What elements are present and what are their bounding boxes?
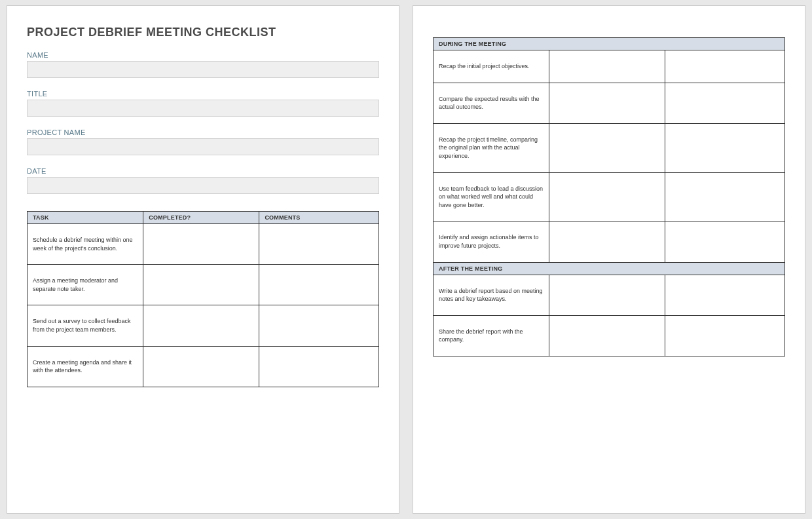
page-2: DURING THE MEETING Recap the initial pro…: [413, 5, 805, 514]
cell-completed[interactable]: [143, 346, 259, 387]
cell-comments[interactable]: [259, 224, 379, 265]
page-1: PROJECT DEBRIEF MEETING CHECKLIST NAME T…: [7, 5, 399, 514]
table-row: Identify and assign actionable items to …: [434, 221, 785, 262]
table-row: Schedule a debrief meeting within one we…: [28, 224, 379, 265]
section-after: AFTER THE MEETING: [434, 262, 785, 275]
cell-completed[interactable]: [143, 305, 259, 346]
cell-completed[interactable]: [549, 275, 665, 315]
cell-task: Share the debrief report with the compan…: [434, 315, 549, 356]
table-row: Assign a meeting moderator and separate …: [28, 265, 379, 305]
table-row: Recap the project timeline, comparing th…: [434, 123, 785, 172]
section-after-label: AFTER THE MEETING: [434, 262, 785, 275]
input-name[interactable]: [27, 61, 379, 78]
cell-task: Identify and assign actionable items to …: [434, 221, 549, 262]
cell-task: Compare the expected results with the ac…: [434, 83, 549, 123]
cell-task: Create a meeting agenda and share it wit…: [28, 346, 143, 387]
cell-completed[interactable]: [143, 224, 259, 265]
cell-completed[interactable]: [549, 315, 665, 356]
cell-completed[interactable]: [549, 172, 665, 221]
cell-comments[interactable]: [665, 275, 785, 315]
label-date: DATE: [27, 167, 379, 175]
table-row: Recap the initial project objectives.: [434, 50, 785, 83]
col-completed: COMPLETED?: [143, 212, 259, 224]
cell-comments[interactable]: [665, 83, 785, 123]
table-row: Write a debrief report based on meeting …: [434, 275, 785, 315]
cell-comments[interactable]: [259, 346, 379, 387]
cell-completed[interactable]: [549, 221, 665, 262]
checklist-table-before: TASK COMPLETED? COMMENTS Schedule a debr…: [27, 211, 379, 387]
label-name: NAME: [27, 51, 379, 59]
document-title: PROJECT DEBRIEF MEETING CHECKLIST: [27, 26, 379, 39]
cell-comments[interactable]: [665, 315, 785, 356]
label-project: PROJECT NAME: [27, 128, 379, 136]
label-title: TITLE: [27, 90, 379, 98]
table-header-row: TASK COMPLETED? COMMENTS: [28, 212, 379, 224]
cell-task: Use team feedback to lead a discussion o…: [434, 172, 549, 221]
cell-task: Write a debrief report based on meeting …: [434, 275, 549, 315]
cell-task: Recap the project timeline, comparing th…: [434, 123, 549, 172]
checklist-table-during-after: DURING THE MEETING Recap the initial pro…: [433, 37, 785, 356]
cell-comments[interactable]: [259, 265, 379, 305]
cell-comments[interactable]: [665, 50, 785, 83]
col-comments: COMMENTS: [259, 212, 379, 224]
input-date[interactable]: [27, 177, 379, 194]
cell-completed[interactable]: [549, 50, 665, 83]
cell-task: Recap the initial project objectives.: [434, 50, 549, 83]
cell-completed[interactable]: [549, 123, 665, 172]
table-row: Compare the expected results with the ac…: [434, 83, 785, 123]
table-row: Create a meeting agenda and share it wit…: [28, 346, 379, 387]
cell-task: Assign a meeting moderator and separate …: [28, 265, 143, 305]
cell-task: Send out a survey to collect feedback fr…: [28, 305, 143, 346]
table-row: Use team feedback to lead a discussion o…: [434, 172, 785, 221]
cell-completed[interactable]: [549, 83, 665, 123]
table-row: Send out a survey to collect feedback fr…: [28, 305, 379, 346]
cell-comments[interactable]: [665, 221, 785, 262]
section-during: DURING THE MEETING: [434, 38, 785, 50]
cell-completed[interactable]: [143, 265, 259, 305]
cell-comments[interactable]: [665, 172, 785, 221]
table-row: Share the debrief report with the compan…: [434, 315, 785, 356]
col-task: TASK: [28, 212, 143, 224]
input-project[interactable]: [27, 138, 379, 155]
cell-comments[interactable]: [665, 123, 785, 172]
cell-task: Schedule a debrief meeting within one we…: [28, 224, 143, 265]
cell-comments[interactable]: [259, 305, 379, 346]
input-title[interactable]: [27, 100, 379, 117]
section-during-label: DURING THE MEETING: [434, 38, 785, 50]
